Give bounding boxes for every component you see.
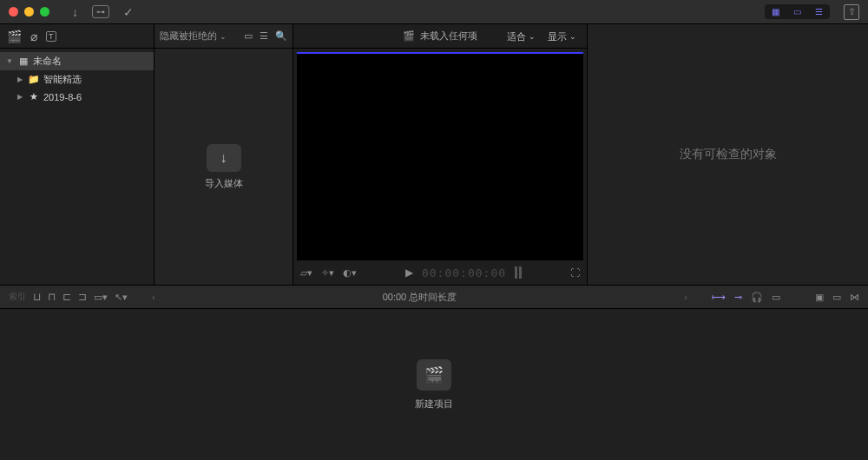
maximize-window-button[interactable] [40,7,49,16]
new-project-label: 新建项目 [415,398,453,411]
sidebar-item-label: 智能精选 [43,73,82,86]
sidebar-item-label: 2019-8-6 [43,92,82,102]
media-browser: 隐藏被拒绝的 ▭ ☰ 🔍 ↓ 导入媒体 [155,24,293,285]
skimming-icon[interactable]: ⊸ [734,292,742,303]
import-icon[interactable]: ↓ [67,3,83,21]
clip-appearance-icon[interactable]: ▣ [815,292,824,303]
library-icon: ▦ [17,56,30,67]
insert-clip-icon[interactable]: ⊓ [48,291,56,303]
timeline-back-icon[interactable]: ‹ [135,292,173,302]
clapperboard-icon: 🎬 [403,30,415,42]
photos-icon[interactable]: ⌀ [30,30,37,43]
sidebar-header: 🎬 ⌀ T [0,24,154,49]
import-media-label: 导入媒体 [205,177,243,190]
viewer-controls: ▱▾ ✧▾ ◐▾ ▶ 00:00:00:00 ⛶ [293,260,587,285]
keyword-icon[interactable]: ⊶ [92,5,109,18]
timeline-forward-icon[interactable]: › [667,292,705,302]
sidebar-item-smart[interactable]: ▶ 📁 智能精选 [0,70,154,89]
transitions-icon[interactable]: ⋈ [850,292,859,303]
append-clip-icon[interactable]: ⊏ [62,291,71,303]
library-root-label: 未命名 [33,55,62,68]
disclosure-triangle-icon[interactable]: ▼ [5,57,14,65]
display-dropdown[interactable]: 显示 [548,30,576,43]
audio-meters [515,266,522,279]
inspector-view-button[interactable]: ☰ [808,4,830,19]
titles-icon[interactable]: T [46,31,56,42]
clip-appearance-icon[interactable]: ▭ [244,30,253,42]
library-root[interactable]: ▼ ▦ 未命名 [0,52,154,70]
inspector-empty-label: 没有可检查的对象 [680,147,777,162]
filter-dropdown[interactable]: 隐藏被拒绝的 [160,30,227,43]
play-icon[interactable]: ▶ [405,266,413,279]
disclosure-triangle-icon[interactable]: ▶ [16,76,24,83]
transform-tool-icon[interactable]: ▱▾ [300,267,312,279]
search-icon[interactable]: 🔍 [275,30,287,42]
view-segmented-control[interactable]: ▦ ▭ ☰ [765,4,830,19]
audio-skimming-icon[interactable]: 🎧 [751,292,763,303]
window-controls [9,7,49,16]
color-tool-icon[interactable]: ✧▾ [321,267,334,279]
overwrite-clip-icon[interactable]: ⊐ [78,291,87,303]
viewer: 🎬 未载入任何项 适合 显示 ▱▾ ✧▾ ◐▾ ▶ 00:00:00:00 ⛶ [293,24,587,285]
clapperboard-icon[interactable]: 🎬 [7,30,22,43]
minimize-window-button[interactable] [24,7,34,16]
disclosure-triangle-icon[interactable]: ▶ [16,93,24,101]
list-view-icon[interactable]: ☰ [260,30,268,42]
index-button[interactable]: 索引 [9,291,26,303]
download-icon: ↓ [220,150,227,166]
new-project-button[interactable]: 🎬 [417,359,451,391]
clapperboard-icon: 🎬 [424,365,444,384]
fullscreen-icon[interactable]: ⛶ [570,267,580,278]
timeline-view-button[interactable]: ▭ [786,4,808,19]
connect-clip-icon[interactable]: ⊔ [33,291,41,303]
tools-dropdown[interactable]: ▭▾ [94,292,108,303]
inspector: 没有可检查的对象 [587,24,868,285]
close-window-button[interactable] [9,7,18,16]
solo-icon[interactable]: ▭ [772,292,780,303]
retime-tool-icon[interactable]: ◐▾ [343,267,357,279]
viewer-canvas[interactable] [297,52,583,260]
timeline[interactable]: 🎬 新建项目 [0,309,868,460]
sidebar-item-event[interactable]: ▶ ★ 2019-8-6 [0,89,154,105]
timeline-effects-icon[interactable]: ▭ [832,292,841,303]
viewer-title: 未载入任何项 [420,30,477,43]
import-media-button[interactable]: ↓ [207,144,241,172]
snapping-icon[interactable]: ⟼ [712,292,726,303]
titlebar: ↓ ⊶ ✓ ▦ ▭ ☰ ⇧ [0,0,868,24]
folder-icon: 📁 [28,74,40,85]
background-tasks-icon[interactable]: ✓ [118,3,139,21]
library-sidebar: 🎬 ⌀ T ▼ ▦ 未命名 ▶ 📁 智能精选 ▶ ★ 2019-8-6 [0,24,155,285]
select-tool-icon[interactable]: ↖▾ [115,292,128,303]
browser-view-button[interactable]: ▦ [765,4,786,19]
timeline-duration-label: 00:00 总时间长度 [180,291,661,304]
library-tree: ▼ ▦ 未命名 ▶ 📁 智能精选 ▶ ★ 2019-8-6 [0,49,154,108]
fit-dropdown[interactable]: 适合 [507,30,536,43]
event-icon: ★ [28,91,40,102]
timeline-toolbar: 索引 ⊔ ⊓ ⊏ ⊐ ▭▾ ↖▾ ‹ 00:00 总时间长度 › ⟼ ⊸ 🎧 ▭… [0,285,868,309]
share-icon[interactable]: ⇧ [844,4,859,20]
viewer-timecode[interactable]: 00:00:00:00 [422,266,506,279]
